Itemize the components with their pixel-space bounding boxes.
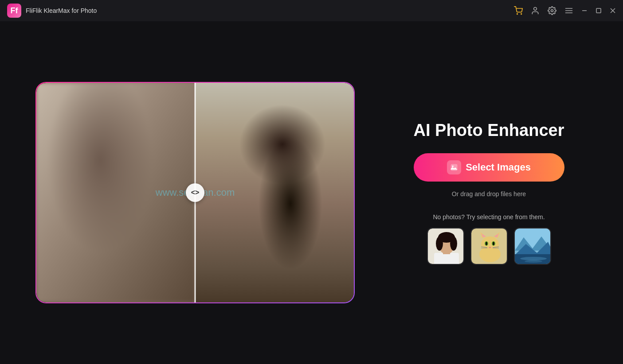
svg-point-42 [525, 260, 542, 263]
before-after-panel: <> www.secruan.com [35, 82, 355, 303]
drag-drop-hint: Or drag and drop files here [452, 190, 526, 197]
sample-thumb-landscape[interactable] [514, 228, 551, 265]
split-handle[interactable]: <> [186, 183, 204, 202]
samples-section: No photos? Try selecting one from them. [427, 213, 551, 265]
page-title: AI Photo Enhancer [414, 121, 564, 140]
svg-point-18 [436, 236, 443, 251]
svg-point-29 [486, 242, 487, 245]
svg-point-2 [534, 8, 537, 11]
sample-thumbnails-row [427, 228, 551, 265]
svg-rect-8 [596, 8, 601, 13]
svg-point-22 [481, 236, 499, 252]
svg-rect-14 [434, 253, 459, 265]
settings-icon[interactable] [548, 6, 556, 15]
main-content: <> www.secruan.com AI Photo Enhancer Sel… [0, 21, 623, 364]
title-bar: Ff FliFlik KlearMax for Photo [0, 0, 623, 21]
select-images-label: Select Images [466, 162, 531, 173]
app-branding: Ff FliFlik KlearMax for Photo [7, 4, 97, 18]
image-split-container: <> www.secruan.com [36, 83, 354, 302]
right-panel: AI Photo Enhancer Select Images Or drag … [390, 121, 588, 265]
svg-rect-11 [451, 164, 458, 170]
split-arrows-icon: <> [191, 189, 200, 197]
svg-point-3 [551, 10, 553, 12]
minimize-button[interactable] [581, 8, 588, 14]
after-image [195, 83, 354, 302]
svg-point-30 [493, 242, 494, 245]
title-bar-controls [514, 6, 616, 15]
cart-icon[interactable] [514, 6, 523, 15]
close-button[interactable] [610, 8, 616, 14]
select-images-icon [447, 160, 461, 174]
menu-icon[interactable] [564, 6, 573, 15]
svg-point-12 [452, 165, 454, 167]
maximize-button[interactable] [596, 8, 602, 14]
sample-thumb-cat[interactable] [470, 228, 508, 265]
user-icon[interactable] [531, 6, 540, 15]
app-logo: Ff [7, 4, 21, 18]
svg-point-41 [520, 257, 547, 260]
sample-thumb-portrait[interactable] [427, 228, 464, 265]
select-images-button[interactable]: Select Images [414, 153, 564, 182]
svg-point-0 [517, 14, 518, 15]
samples-hint-text: No photos? Try selecting one from them. [433, 213, 545, 221]
svg-point-19 [450, 236, 457, 251]
svg-point-1 [521, 14, 522, 15]
app-title: FliFlik KlearMax for Photo [26, 7, 97, 14]
